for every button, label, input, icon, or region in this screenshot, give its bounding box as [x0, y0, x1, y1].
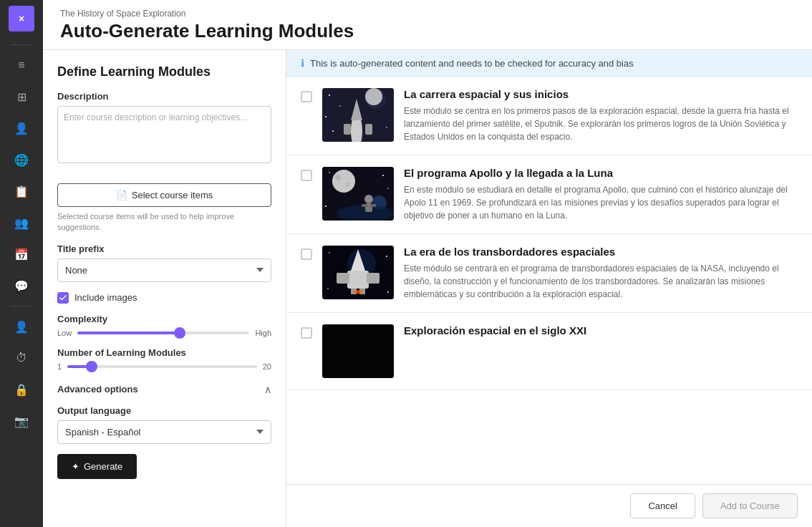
left-panel: Define Learning Modules Description 📄 Se… — [43, 50, 286, 527]
description-input[interactable] — [57, 106, 271, 163]
svg-point-24 — [387, 188, 389, 189]
sidebar-icon-clock[interactable]: ⏱ — [9, 345, 34, 371]
svg-rect-6 — [365, 124, 372, 135]
svg-point-15 — [345, 183, 349, 187]
info-icon: ℹ — [301, 57, 304, 69]
module-1-image — [322, 88, 394, 142]
svg-point-37 — [327, 288, 329, 289]
select-course-items-button[interactable]: 📄 Select course items — [57, 183, 271, 207]
complexity-slider[interactable] — [77, 332, 249, 334]
complexity-section: Complexity Low High — [57, 314, 271, 337]
module-2-image — [322, 167, 394, 221]
header-subtitle: The History of Space Exploration — [60, 9, 795, 19]
svg-rect-21 — [370, 204, 376, 207]
cancel-button[interactable]: Cancel — [630, 493, 695, 518]
module-4-image-svg — [322, 324, 394, 378]
sidebar-icon-image[interactable]: 📷 — [9, 408, 34, 434]
module-3-desc: Este módulo se centrará en el programa d… — [404, 262, 798, 301]
svg-point-18 — [364, 195, 373, 203]
bottom-bar: Cancel Add to Course — [286, 484, 812, 527]
module-2-checkbox[interactable] — [301, 170, 312, 181]
add-to-course-button[interactable]: Add to Course — [702, 493, 798, 518]
svg-point-11 — [332, 130, 334, 132]
svg-point-10 — [386, 127, 387, 128]
advanced-options-section: Advanced options ∧ Output language Spani… — [57, 381, 271, 444]
num-modules-max: 20 — [263, 362, 271, 371]
sidebar-icon-calendar[interactable]: 📅 — [9, 241, 34, 267]
svg-point-13 — [332, 170, 355, 193]
module-4-content: Exploración espacial en el siglo XXI — [404, 324, 798, 341]
description-label: Description — [57, 91, 271, 102]
module-1-title: La carrera espacial y sus inicios — [404, 88, 798, 100]
header: The History of Space Exploration Auto-Ge… — [43, 0, 812, 50]
module-item-2: El programa Apollo y la llegada a la Lun… — [286, 155, 812, 234]
output-language-label: Output language — [57, 405, 271, 416]
module-3-title: La era de los transbordadores espaciales — [404, 246, 798, 258]
sidebar-icon-chat[interactable]: 💬 — [9, 273, 34, 299]
panel-title: Define Learning Modules — [57, 64, 271, 79]
page-title: Auto-Generate Learning Modules — [60, 20, 795, 42]
complexity-low-label: Low — [57, 329, 72, 337]
svg-point-35 — [329, 252, 330, 253]
output-language-select[interactable]: Spanish - Español English French German … — [57, 420, 271, 444]
module-3-image — [322, 246, 394, 299]
svg-point-36 — [386, 256, 387, 257]
module-1-content: La carrera espacial y sus inicios Este m… — [404, 88, 798, 143]
info-banner: ℹ This is auto-generated content and nee… — [286, 50, 812, 77]
svg-rect-31 — [367, 273, 380, 284]
advanced-options-title: Advanced options — [57, 384, 138, 395]
module-2-content: El programa Apollo y la llegada a la Lun… — [404, 167, 798, 222]
sidebar-icon-menu[interactable]: ≡ — [9, 52, 34, 78]
module-item-3: La era de los transbordadores espaciales… — [286, 234, 812, 313]
num-modules-slider[interactable] — [67, 365, 257, 368]
sidebar-divider — [11, 44, 32, 45]
sidebar-icon-user[interactable]: 👤 — [9, 115, 34, 141]
include-images-label: Include images — [74, 292, 137, 303]
close-button[interactable]: × — [9, 6, 34, 32]
title-prefix-section: Title prefix None Module Unit Chapter Le… — [57, 243, 271, 282]
module-item-4: Exploración espacial en el siglo XXI — [286, 313, 812, 390]
num-modules-section: Number of Learning Modules 1 20 — [57, 347, 271, 371]
module-3-checkbox[interactable] — [301, 248, 312, 260]
description-section: Description — [57, 91, 271, 173]
main-container: The History of Space Exploration Auto-Ge… — [43, 0, 812, 527]
right-panel: ℹ This is auto-generated content and nee… — [286, 50, 812, 527]
module-4-checkbox[interactable] — [301, 327, 312, 339]
info-banner-text: This is auto-generated content and needs… — [310, 58, 634, 69]
svg-point-22 — [329, 172, 330, 173]
sidebar-divider-2 — [11, 306, 32, 306]
num-modules-slider-row: 1 20 — [57, 362, 271, 371]
svg-rect-20 — [362, 204, 367, 207]
sidebar: × ≡ ⊞ 👤 🌐 📋 👥 📅 💬 👤 ⏱ 🔒 📷 — [0, 0, 43, 527]
svg-point-25 — [325, 206, 327, 207]
output-language-section: Output language Spanish - Español Englis… — [57, 405, 271, 444]
document-icon: 📄 — [116, 190, 127, 200]
content-area: Define Learning Modules Description 📄 Se… — [43, 50, 812, 527]
checkmark-icon — [59, 294, 67, 301]
sidebar-icon-globe[interactable]: 🌐 — [9, 147, 34, 173]
complexity-high-label: High — [255, 329, 271, 337]
complexity-slider-row: Low High — [57, 329, 271, 337]
title-prefix-select[interactable]: None Module Unit Chapter Lesson — [57, 258, 271, 282]
generate-button[interactable]: ✦ Generate — [57, 454, 137, 479]
module-3-image-svg — [322, 246, 394, 299]
select-course-btn-label: Select course items — [132, 190, 213, 200]
sidebar-icon-users[interactable]: 👥 — [9, 210, 34, 236]
include-images-row: Include images — [57, 292, 271, 304]
sidebar-icon-grid[interactable]: ⊞ — [9, 84, 34, 110]
svg-point-14 — [335, 175, 341, 180]
select-helper-text: Selected course items will be used to he… — [57, 211, 271, 233]
module-4-image — [322, 324, 394, 378]
module-4-title: Exploración espacial en el siglo XXI — [404, 324, 798, 337]
sidebar-icon-document[interactable]: 📋 — [9, 178, 34, 204]
svg-point-38 — [387, 291, 389, 293]
advanced-options-toggle[interactable]: Advanced options ∧ — [57, 381, 271, 398]
svg-point-7 — [329, 95, 330, 96]
sidebar-icon-profile[interactable]: 👤 — [9, 314, 34, 339]
svg-rect-29 — [347, 271, 369, 289]
sidebar-icon-lock[interactable]: 🔒 — [9, 377, 34, 402]
module-1-checkbox[interactable] — [301, 91, 312, 102]
include-images-checkbox[interactable] — [57, 292, 69, 304]
svg-point-8 — [339, 105, 341, 107]
module-item-1: La carrera espacial y sus inicios Este m… — [286, 77, 812, 155]
